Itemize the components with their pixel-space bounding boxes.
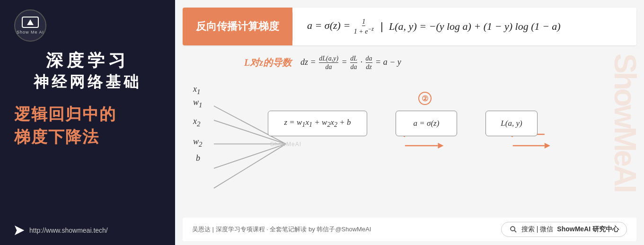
search-brand: ShowMeAI 研究中心	[557, 225, 619, 234]
title-main: 深度学习	[14, 50, 161, 70]
node-b: b	[196, 153, 200, 163]
frac-dl: dL da	[350, 55, 357, 71]
box-sigma: a = σ(z)	[396, 111, 457, 136]
circle-number-2: ②	[418, 92, 432, 105]
svg-point-14	[511, 227, 515, 231]
node-w1: w1	[193, 97, 203, 109]
svg-line-5	[214, 144, 286, 188]
node-w2: w2	[193, 137, 203, 149]
watermark-small: ShowMeAI	[270, 141, 301, 148]
logo-icon	[22, 17, 39, 28]
derivative-formula: L对z的导数 dz = dL(a,y) da = dL da · da	[244, 55, 613, 71]
highlight-title1: 逻辑回归中的	[14, 104, 161, 124]
diagram-area: L对z的导数 dz = dL(a,y) da = dL da · da	[183, 50, 636, 213]
bottom-credits: 吴恩达 | 深度学习专项课程 · 全套笔记解读 by 韩信子@ShowMeAI	[192, 225, 371, 234]
frac-da: da dz	[366, 55, 372, 71]
highlight-title2: 梯度下降法	[14, 126, 161, 147]
website-url: http://www.showmeai.tech/	[29, 227, 108, 234]
sidebar: Show Me AI 深度学习 神经网络基础 逻辑回归中的 梯度下降法 http…	[0, 0, 175, 245]
box-loss: L(a, y)	[485, 111, 538, 136]
title-sub: 神经网络基础	[14, 72, 161, 92]
svg-marker-7	[438, 143, 443, 149]
deriv-eq: dz = dL(a,y) da = dL da · da dz	[296, 55, 401, 71]
formula-label: 反向传播计算梯度	[183, 8, 292, 45]
bottom-bar: 吴恩达 | 深度学习专项课程 · 全套笔记解读 by 韩信子@ShowMeAI …	[183, 218, 636, 241]
logo-text-small: Show Me AI	[17, 30, 44, 35]
search-label: 搜索 | 微信	[521, 225, 553, 234]
main-content: ShowMeAI 反向传播计算梯度 a = σ(z) = 1 1 + e−z |…	[175, 0, 644, 245]
formula-content: a = σ(z) = 1 1 + e−z | L(a, y) = −(y log…	[293, 8, 636, 45]
middle-section: L对z的导数 dz = dL(a,y) da = dL da · da	[175, 45, 644, 218]
footer-link[interactable]: http://www.showmeai.tech/	[14, 225, 108, 236]
logo-area: Show Me AI	[14, 9, 161, 42]
navigation-icon	[14, 225, 25, 236]
svg-line-15	[514, 230, 516, 232]
frac-dl-da: dL(a,y) da	[319, 55, 338, 71]
formula-sigma: a = σ(z) = 1 1 + e−z	[307, 18, 375, 35]
formula-loss: L(a, y) = −(y log a) + (1 − y) log (1 − …	[389, 20, 561, 33]
fraction-1: 1 1 + e−z	[354, 18, 374, 35]
box-z: z = w1x1 + w2x2 + b	[268, 111, 367, 136]
node-x1: x1	[193, 84, 201, 96]
deriv-label: L对z的导数	[244, 56, 291, 69]
search-box[interactable]: 搜索 | 微信 ShowMeAI 研究中心	[501, 222, 627, 237]
svg-marker-11	[545, 143, 550, 149]
svg-marker-0	[16, 227, 24, 235]
node-x2: x2	[193, 116, 201, 128]
svg-line-4	[214, 144, 286, 168]
logo-circle: Show Me AI	[14, 9, 46, 42]
search-icon	[509, 225, 518, 234]
formula-bar: 反向传播计算梯度 a = σ(z) = 1 1 + e−z | L(a, y) …	[183, 8, 636, 45]
